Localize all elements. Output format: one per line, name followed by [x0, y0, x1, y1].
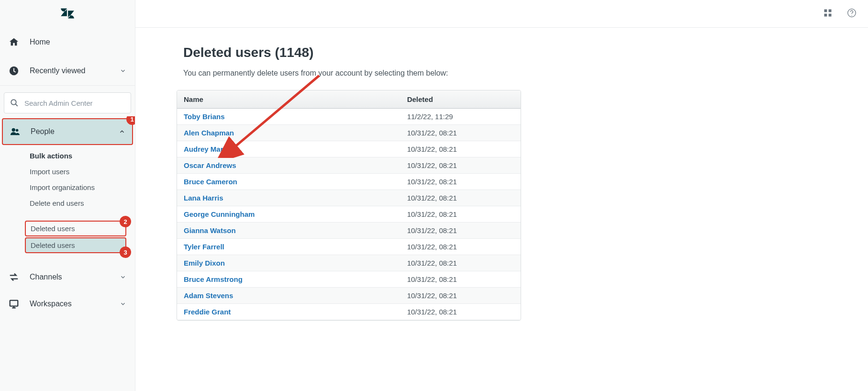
cell-name: Oscar Andrews [177, 157, 401, 174]
cell-deleted: 10/31/22, 08:21 [401, 125, 521, 141]
section-wrap: People 1 Bulk actions Import users Impor… [0, 116, 135, 391]
search-icon [10, 99, 19, 107]
cell-name: Toby Brians [177, 109, 401, 125]
table-row[interactable]: Audrey Martin10/31/22, 08:21 [177, 141, 521, 157]
svg-point-2 [12, 128, 15, 132]
nav-home[interactable]: Home [0, 28, 135, 56]
zendesk-logo-icon [60, 6, 75, 22]
apps-icon[interactable] [823, 8, 833, 19]
table-wrap: Name Deleted Toby Brians11/2/22, 11:29Al… [177, 90, 521, 321]
annotation-badge-2: 2 [120, 216, 131, 227]
user-link[interactable]: Lana Harris [184, 194, 223, 202]
help-icon[interactable] [847, 8, 857, 19]
clock-icon [9, 66, 19, 76]
svg-point-10 [851, 15, 852, 15]
cell-deleted: 10/31/22, 08:21 [401, 239, 521, 255]
user-link[interactable]: Toby Brians [184, 112, 225, 121]
chevron-down-icon [120, 67, 126, 74]
section-people[interactable]: People 1 [2, 118, 133, 145]
user-link[interactable]: Alen Chapman [184, 129, 234, 137]
table-body: Toby Brians11/2/22, 11:29Alen Chapman10/… [177, 109, 521, 320]
table-row[interactable]: Toby Brians11/2/22, 11:29 [177, 109, 521, 125]
cell-deleted: 10/31/22, 08:21 [401, 190, 521, 206]
cell-deleted: 10/31/22, 08:21 [401, 223, 521, 239]
table-row[interactable]: Alen Chapman10/31/22, 08:21 [177, 125, 521, 141]
search-input[interactable] [23, 99, 125, 108]
main: Deleted users (1148) You can permanently… [135, 0, 868, 391]
cell-name: Freddie Grant [177, 304, 401, 320]
nav-home-label: Home [30, 38, 126, 46]
cell-deleted: 10/31/22, 08:21 [401, 206, 521, 223]
table-row[interactable]: Bruce Armstrong10/31/22, 08:21 [177, 271, 521, 288]
table-row[interactable]: Freddie Grant10/31/22, 08:21 [177, 304, 521, 320]
chevron-up-icon [119, 128, 125, 135]
cell-name: Emily Dixon [177, 255, 401, 271]
sub-deleted-users-1[interactable]: Deleted users 2 [25, 221, 126, 236]
user-link[interactable]: Audrey Martin [184, 145, 232, 153]
svg-rect-5 [824, 10, 827, 12]
user-link[interactable]: Gianna Watson [184, 226, 236, 235]
section-channels-label: Channels [30, 273, 109, 281]
table-row[interactable]: Emily Dixon10/31/22, 08:21 [177, 255, 521, 271]
cell-deleted: 10/31/22, 08:21 [401, 304, 521, 320]
search-wrap [0, 86, 135, 116]
sub-deleted-users-2[interactable]: Deleted users 3 [25, 237, 126, 253]
cell-name: Audrey Martin [177, 141, 401, 157]
sub-group-bulk-actions: Bulk actions [0, 147, 135, 164]
cell-name: Adam Stevens [177, 288, 401, 304]
user-link[interactable]: Bruce Armstrong [184, 275, 243, 283]
user-link[interactable]: Adam Stevens [184, 291, 233, 300]
chevron-down-icon [120, 301, 126, 307]
sub-import-orgs[interactable]: Import organizations [0, 179, 135, 195]
search-box[interactable] [4, 92, 131, 113]
cell-deleted: 10/31/22, 08:21 [401, 141, 521, 157]
cell-deleted: 10/31/22, 08:21 [401, 174, 521, 190]
cell-name: Gianna Watson [177, 223, 401, 239]
cell-deleted: 10/31/22, 08:21 [401, 157, 521, 174]
user-link[interactable]: Tyler Farrell [184, 243, 224, 251]
annotation-badge-3: 3 [120, 246, 131, 258]
table-row[interactable]: Gianna Watson10/31/22, 08:21 [177, 223, 521, 239]
cell-name: Alen Chapman [177, 125, 401, 141]
channels-icon [9, 272, 19, 282]
user-link[interactable]: Oscar Andrews [184, 161, 236, 169]
svg-rect-4 [10, 301, 18, 306]
user-link[interactable]: George Cunningham [184, 210, 255, 218]
cell-name: Bruce Armstrong [177, 271, 401, 288]
table-row[interactable]: George Cunningham10/31/22, 08:21 [177, 206, 521, 223]
nav-recent[interactable]: Recently viewed [0, 56, 135, 85]
cell-name: Tyler Farrell [177, 239, 401, 255]
th-name[interactable]: Name [177, 90, 401, 109]
table-row[interactable]: Adam Stevens10/31/22, 08:21 [177, 288, 521, 304]
user-link[interactable]: Emily Dixon [184, 259, 225, 267]
table-row[interactable]: Tyler Farrell10/31/22, 08:21 [177, 239, 521, 255]
section-workspaces[interactable]: Workspaces [0, 290, 135, 317]
cell-name: George Cunningham [177, 206, 401, 223]
section-workspaces-label: Workspaces [30, 300, 109, 308]
page-title: Deleted users (1148) [183, 45, 820, 60]
section-people-label: People [31, 127, 108, 136]
sub-deleted-users-2-label: Deleted users [31, 241, 75, 249]
cell-name: Bruce Cameron [177, 174, 401, 190]
nav-top: Home Recently viewed [0, 28, 135, 86]
user-link[interactable]: Freddie Grant [184, 308, 231, 316]
cell-deleted: 10/31/22, 08:21 [401, 255, 521, 271]
svg-point-3 [16, 129, 19, 132]
workspaces-icon [9, 299, 19, 309]
sidebar: Home Recently viewed People 1 Bulk actio… [0, 0, 135, 391]
svg-rect-7 [824, 14, 827, 17]
table-row[interactable]: Bruce Cameron10/31/22, 08:21 [177, 174, 521, 190]
chevron-down-icon [120, 274, 126, 280]
th-deleted[interactable]: Deleted [401, 90, 521, 109]
table-row[interactable]: Oscar Andrews10/31/22, 08:21 [177, 157, 521, 174]
people-icon [10, 126, 20, 137]
table-row[interactable]: Lana Harris10/31/22, 08:21 [177, 190, 521, 206]
section-channels[interactable]: Channels [0, 264, 135, 290]
sub-deleted-users-1-label: Deleted users [31, 224, 75, 233]
user-link[interactable]: Bruce Cameron [184, 178, 237, 186]
cell-deleted: 10/31/22, 08:21 [401, 271, 521, 288]
home-icon [9, 37, 19, 47]
topbar [135, 0, 868, 28]
sub-delete-end-users[interactable]: Delete end users [0, 195, 135, 211]
sub-import-users[interactable]: Import users [0, 164, 135, 179]
